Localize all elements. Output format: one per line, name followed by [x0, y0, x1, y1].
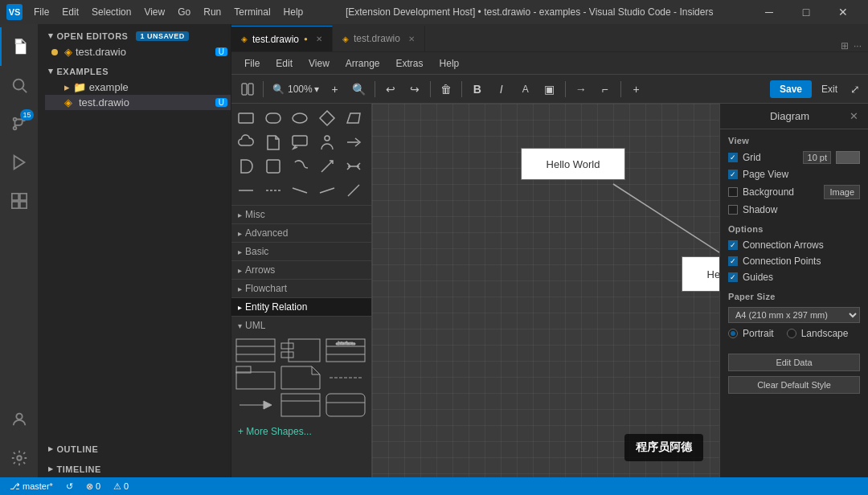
uml-package-item[interactable]	[235, 365, 276, 391]
canvas-area[interactable]: Hello World Hello World 程序员阿德	[372, 104, 719, 477]
zoom-out-btn2[interactable]: 🔍	[348, 78, 371, 100]
menu-terminal[interactable]: Terminal	[229, 5, 275, 19]
shape-rect[interactable]	[235, 107, 257, 129]
shape-line5[interactable]	[342, 179, 365, 202]
shape-ellipse[interactable]	[289, 107, 311, 129]
shape-person[interactable]	[316, 131, 338, 153]
shape-line2[interactable]	[262, 179, 285, 202]
uml-line-item[interactable]	[325, 365, 366, 391]
exit-button[interactable]: Exit	[813, 80, 845, 98]
activity-run[interactable]	[0, 143, 39, 182]
git-branch-item[interactable]: ⎇ master*	[6, 481, 56, 492]
tab-close-button-2[interactable]: ✕	[408, 35, 415, 43]
category-advanced[interactable]: ▸ Advanced	[231, 223, 371, 242]
category-entity-relation[interactable]: ▸ Entity Relation	[231, 297, 371, 316]
shape-pentagon[interactable]	[262, 155, 285, 178]
right-panel-close-icon[interactable]: ✕	[850, 110, 858, 122]
close-button[interactable]: ✕	[825, 0, 862, 24]
drawio-menu-help[interactable]: Help	[433, 56, 466, 71]
outline-header[interactable]: ▸ OUTLINE	[39, 437, 231, 457]
zoom-in-btn[interactable]: +	[324, 78, 346, 100]
category-misc[interactable]: ▸ Misc	[231, 205, 371, 223]
background-checkbox[interactable]	[728, 187, 738, 197]
uml-dashed-item[interactable]	[280, 392, 321, 418]
bold-btn[interactable]: B	[466, 78, 489, 100]
delete-btn[interactable]: 🗑	[435, 78, 457, 100]
drawio-menu-arrange[interactable]: Arrange	[339, 56, 387, 71]
open-editor-item-testdrawio[interactable]: ◈ test.drawio U	[39, 44, 231, 59]
insert-btn[interactable]: +	[625, 78, 648, 100]
tab-close-button[interactable]: ✕	[316, 35, 322, 43]
shape-line4[interactable]	[316, 179, 338, 202]
uml-arrow-item[interactable]	[235, 392, 276, 418]
uml-class-item[interactable]	[235, 338, 276, 363]
menu-view[interactable]: View	[139, 5, 170, 19]
activity-source-control[interactable]: 15	[0, 104, 39, 143]
open-editors-header[interactable]: ▾ OPEN EDITORS 1 UNSAVED	[39, 24, 231, 44]
canvas-node-2[interactable]: Hello World	[682, 256, 719, 292]
zoom-control[interactable]: 🔍 100% ▾	[268, 84, 322, 95]
shape-line3[interactable]	[289, 179, 311, 202]
clear-default-style-btn[interactable]: Clear Default Style	[728, 376, 860, 394]
landscape-radio[interactable]	[787, 329, 796, 338]
shape-arrow-right[interactable]	[342, 131, 365, 153]
grid-checkbox[interactable]: ✓	[728, 153, 738, 162]
grid-color-box[interactable]	[836, 151, 860, 164]
connection-points-checkbox[interactable]: ✓	[728, 256, 738, 266]
sidebar-item-example-folder[interactable]: ▸ 📁 example	[45, 80, 231, 95]
drawio-menu-file[interactable]: File	[238, 56, 266, 71]
uml-state-item[interactable]	[325, 392, 366, 418]
shape-doc[interactable]	[262, 131, 285, 153]
sidebar-item-testdrawio[interactable]: ◈ test.drawio U	[45, 95, 231, 110]
shape-rounded-rect[interactable]	[262, 107, 285, 129]
drawio-menu-view[interactable]: View	[302, 56, 336, 71]
shape-parallelogram[interactable]	[342, 107, 365, 129]
zoom-dropdown-icon[interactable]: ▾	[314, 84, 319, 95]
category-arrows[interactable]: ▸ Arrows	[231, 260, 371, 279]
maximize-button[interactable]: □	[788, 0, 825, 24]
redo-btn[interactable]: ↪	[403, 78, 426, 100]
undo-btn[interactable]: ↩	[379, 78, 402, 100]
waypoint-btn[interactable]: ⌐	[594, 78, 616, 100]
shapes-toggle-btn[interactable]	[236, 78, 259, 100]
warnings-item[interactable]: ⚠ 0	[110, 481, 132, 492]
category-flowchart[interactable]: ▸ Flowchart	[231, 279, 371, 297]
timeline-header[interactable]: ▸ TIMELINE	[39, 457, 231, 477]
uml-interface-item[interactable]: «interface»	[325, 338, 366, 363]
shadow-checkbox[interactable]	[728, 205, 738, 215]
split-editor-icon[interactable]: ⊞	[841, 40, 849, 51]
shape-line1[interactable]	[235, 179, 257, 202]
portrait-radio[interactable]	[728, 329, 738, 338]
activity-extensions[interactable]	[0, 182, 39, 220]
menu-selection[interactable]: Selection	[87, 5, 136, 19]
menu-file[interactable]: File	[29, 5, 54, 19]
activity-search[interactable]	[0, 66, 39, 104]
shape-arrows-both[interactable]	[342, 155, 365, 178]
shape-callout[interactable]	[289, 131, 311, 153]
category-uml[interactable]: ▾ UML	[231, 316, 371, 334]
save-button[interactable]: Save	[770, 80, 812, 98]
fullscreen-button[interactable]: ⤢	[847, 83, 863, 96]
shape-s[interactable]	[289, 155, 311, 178]
canvas-node-1[interactable]: Hello World	[521, 148, 625, 180]
activity-accounts[interactable]	[0, 400, 39, 439]
drawio-menu-edit[interactable]: Edit	[269, 56, 299, 71]
fill-btn[interactable]: ▣	[538, 78, 561, 100]
shape-arrow-diag[interactable]	[316, 155, 338, 178]
zoom-out-btn[interactable]: 🔍	[271, 84, 286, 95]
color-btn[interactable]: A	[514, 78, 537, 100]
menu-edit[interactable]: Edit	[57, 5, 84, 19]
paper-size-select[interactable]: A4 (210 mm x 297 mm)	[728, 307, 860, 323]
grid-value-input[interactable]	[803, 151, 831, 164]
minimize-button[interactable]: ─	[751, 0, 788, 24]
category-basic[interactable]: ▸ Basic	[231, 242, 371, 260]
drawio-menu-extras[interactable]: Extras	[390, 56, 430, 71]
connection-btn[interactable]: →	[570, 78, 592, 100]
uml-note-item[interactable]	[280, 365, 321, 391]
menu-go[interactable]: Go	[173, 5, 195, 19]
sync-item[interactable]: ↺	[63, 481, 76, 492]
examples-header[interactable]: ▾ EXAMPLES	[39, 59, 231, 80]
drawio-tab-inactive[interactable]: ◈ test.drawio ✕	[333, 26, 425, 51]
background-image-btn[interactable]: Image	[824, 185, 860, 199]
more-actions-icon[interactable]: ···	[854, 40, 862, 51]
